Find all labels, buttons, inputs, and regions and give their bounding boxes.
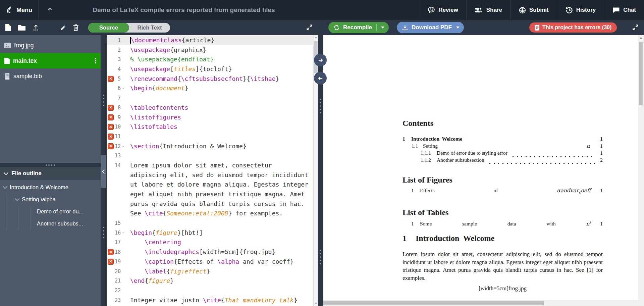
submit-button[interactable]: Submit bbox=[510, 0, 557, 20]
code-line[interactable]: Lorem ipsum dolor sit amet, consectetur bbox=[125, 161, 272, 170]
code-line[interactable]: \section{Introduction & Welcome} bbox=[125, 142, 247, 151]
outline-resize-handle[interactable] bbox=[0, 163, 101, 167]
code-line[interactable]: ut labore et dolore magna aliqua. Egesta… bbox=[125, 180, 308, 190]
download-dropdown-caret[interactable] bbox=[452, 27, 464, 29]
editor-line[interactable]: ✕19 \caption{Effects of \alpha and var_c… bbox=[107, 257, 314, 267]
code-line[interactable]: adipiscing elit, sed do eiusmod tempor i… bbox=[125, 170, 308, 180]
download-pdf-button[interactable]: Download PDF bbox=[397, 22, 464, 33]
editor-pdf-resizer[interactable] bbox=[318, 35, 323, 306]
editor-line[interactable]: 22 bbox=[107, 286, 314, 296]
error-marker-icon[interactable]: ✕ bbox=[108, 259, 114, 265]
editor-line[interactable]: 16▾\begin{figure}[hbt!] bbox=[107, 228, 314, 238]
editor-line[interactable]: purus gravida quis blandit turpis cursus… bbox=[107, 199, 314, 209]
new-folder-icon[interactable] bbox=[18, 24, 26, 31]
editor-line[interactable]: 13 bbox=[107, 151, 314, 161]
collapse-file-tree-button[interactable] bbox=[101, 155, 106, 188]
code-editor[interactable]: 1\documentclass{article}2\usepackage{gra… bbox=[107, 35, 318, 306]
code-line[interactable]: Integer vitae justo \cite{That mandatory… bbox=[125, 296, 298, 305]
editor-line[interactable]: 6▾\begin{document} bbox=[107, 84, 314, 93]
file-item-sample-bib[interactable]: sample.bib bbox=[0, 68, 101, 84]
rich-text-tab[interactable]: Rich Text bbox=[129, 23, 170, 33]
code-line[interactable]: \end{figure} bbox=[125, 276, 174, 286]
editor-line[interactable]: ✕10\listoftables bbox=[107, 122, 314, 132]
code-line[interactable]: \listoffigures bbox=[125, 113, 181, 122]
scroll-up-arrow-icon[interactable] bbox=[640, 37, 642, 39]
file-item-main-tex[interactable]: main.tex bbox=[0, 53, 101, 68]
pdf-fullscreen-icon[interactable] bbox=[632, 24, 639, 31]
pdf-vertical-scrollbar[interactable] bbox=[638, 35, 644, 300]
error-marker-icon[interactable]: ✕ bbox=[108, 76, 114, 82]
review-button[interactable]: Ab Review bbox=[419, 0, 466, 20]
editor-line[interactable]: See \cite{Someone:etal:2008} for example… bbox=[107, 209, 314, 218]
editor-line[interactable]: ✕8\tableofcontents bbox=[107, 103, 314, 113]
editor-line[interactable]: 21\end{figure} bbox=[107, 276, 314, 286]
recompile-button[interactable]: Recompile bbox=[328, 22, 389, 33]
pdf-horizontal-scrollbar[interactable] bbox=[323, 300, 638, 306]
scroll-up-arrow-icon[interactable] bbox=[315, 37, 317, 38]
editor-line[interactable]: 20 \label{fig:effect} bbox=[107, 267, 314, 276]
file-menu-kebab-icon[interactable] bbox=[92, 56, 99, 65]
error-marker-icon[interactable]: ✕ bbox=[108, 105, 114, 111]
file-item-frog-jpg[interactable]: frog.jpg bbox=[0, 38, 101, 53]
code-line[interactable]: \listoftables bbox=[125, 122, 177, 132]
file-outline-header[interactable]: File outline bbox=[0, 167, 101, 180]
publish-button[interactable] bbox=[39, 0, 61, 20]
code-line[interactable]: \documentclass{article} bbox=[125, 36, 214, 45]
editor-line[interactable]: 4\usepackage[titles]{tocloft} bbox=[107, 64, 314, 74]
editor-line[interactable]: ✕5\renewcommand{\cftsubsubsecfont}{\itsh… bbox=[107, 74, 314, 84]
editor-line[interactable]: ✕9\listoffigures bbox=[107, 113, 314, 122]
editor-line[interactable]: adipiscing elit, sed do eiusmod tempor i… bbox=[107, 170, 314, 180]
code-line[interactable]: \tableofcontents bbox=[125, 103, 188, 113]
code-line[interactable]: \begin{document} bbox=[125, 84, 188, 93]
delete-trash-icon[interactable] bbox=[72, 24, 79, 31]
history-button[interactable]: History bbox=[557, 0, 604, 20]
expand-pdf-button[interactable] bbox=[314, 54, 327, 66]
upload-icon[interactable] bbox=[32, 24, 40, 31]
editor-fullscreen-icon[interactable] bbox=[306, 24, 313, 31]
error-marker-icon[interactable]: ✕ bbox=[108, 124, 114, 130]
error-marker-icon[interactable]: ✕ bbox=[108, 114, 114, 120]
code-line[interactable]: \caption{Effects of \alpha and var_coeff… bbox=[125, 257, 294, 267]
editor-line[interactable]: 17 \centering bbox=[107, 238, 314, 247]
code-line[interactable]: \begin{figure}[hbt!] bbox=[125, 228, 203, 238]
pdf-hscrollbar-thumb[interactable] bbox=[323, 301, 544, 305]
editor-line[interactable]: 15 bbox=[107, 218, 314, 228]
outline-item-introduction[interactable]: Introduction & Welcome bbox=[0, 181, 101, 193]
editor-line[interactable]: ✕12▾\section{Introduction & Welcome} bbox=[107, 142, 314, 151]
share-button[interactable]: Share bbox=[466, 0, 510, 20]
code-line[interactable]: \usepackage[titles]{tocloft} bbox=[125, 64, 232, 74]
error-marker-icon[interactable]: ✕ bbox=[108, 249, 114, 255]
source-tab[interactable]: Source bbox=[88, 23, 129, 33]
error-marker-icon[interactable]: ✕ bbox=[108, 134, 114, 140]
code-line[interactable]: \usepackage{graphicx} bbox=[125, 45, 207, 55]
editor-line[interactable]: 2\usepackage{graphicx} bbox=[107, 45, 314, 55]
outline-item-another-subsub[interactable]: Another subsubs... bbox=[0, 217, 101, 230]
outline-item-demo-of-error[interactable]: Demo of error du... bbox=[0, 205, 101, 217]
recompile-dropdown-caret[interactable] bbox=[377, 27, 389, 29]
editor-line[interactable]: ✕11 bbox=[107, 132, 314, 142]
project-errors-badge[interactable]: This project has errors (30) bbox=[529, 22, 617, 33]
editor-line[interactable]: ut labore et dolore magna aliqua. Egesta… bbox=[107, 180, 314, 190]
code-line[interactable]: \renewcommand{\cftsubsubsecfont}{\itshae… bbox=[125, 74, 279, 84]
scroll-down-arrow-icon[interactable] bbox=[315, 303, 317, 304]
code-line[interactable]: \centering bbox=[125, 238, 181, 247]
chat-button[interactable]: Chat bbox=[604, 0, 644, 20]
new-file-icon[interactable] bbox=[5, 24, 11, 31]
pdf-scrollbar-thumb[interactable] bbox=[639, 42, 643, 105]
editor-line[interactable]: 1\documentclass{article} bbox=[107, 36, 314, 45]
code-line[interactable]: \includegraphcs[width=5cm]{frog.jpg} bbox=[125, 247, 276, 257]
code-line[interactable]: \label{fig:effect} bbox=[125, 267, 210, 276]
editor-line[interactable]: 7 bbox=[107, 93, 314, 103]
code-line[interactable]: See \cite{Someone:etal:2008} for example… bbox=[125, 209, 283, 218]
fold-caret-icon[interactable]: ▾ bbox=[121, 142, 125, 151]
code-line[interactable]: purus gravida quis blandit turpis cursus… bbox=[125, 199, 305, 209]
editor-line[interactable]: 14Lorem ipsum dolor sit amet, consectetu… bbox=[107, 161, 314, 170]
editor-line[interactable]: 3% \usepackage{endfloat} bbox=[107, 55, 314, 64]
code-line[interactable]: eget aliquet nibh praesent tristique mag… bbox=[125, 190, 305, 199]
menu-button[interactable]: Menu bbox=[0, 0, 38, 20]
code-line[interactable]: % \usepackage{endfloat} bbox=[125, 55, 214, 64]
editor-line[interactable]: ✕18 \includegraphcs[width=5cm]{frog.jpg} bbox=[107, 247, 314, 257]
rename-pencil-icon[interactable] bbox=[60, 24, 67, 31]
fold-caret-icon[interactable]: ▾ bbox=[121, 84, 125, 93]
outline-item-setting-alpha[interactable]: Setting \alpha bbox=[0, 193, 101, 205]
